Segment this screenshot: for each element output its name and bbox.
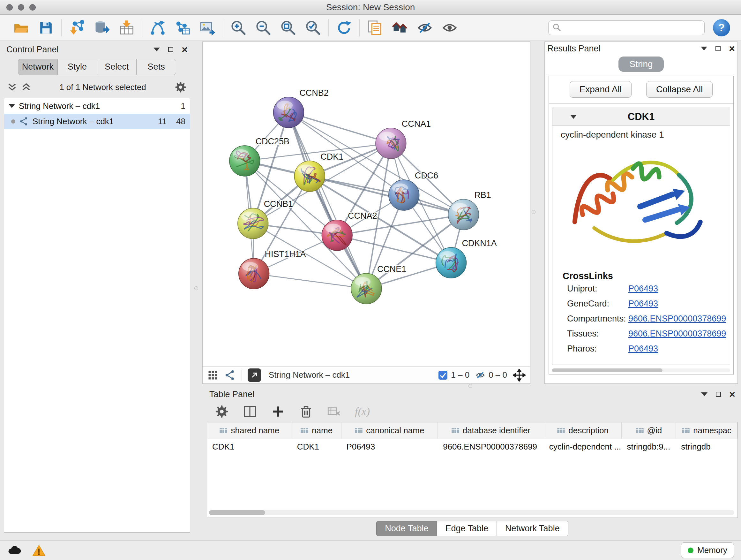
cell-description[interactable]: cyclin-dependent ... (544, 442, 622, 452)
help-button[interactable]: ? (713, 19, 730, 37)
close-panel-icon[interactable]: × (729, 44, 735, 54)
delete-column-trash-icon[interactable] (299, 404, 313, 419)
network-share-icon[interactable] (224, 369, 236, 381)
pan-move-icon[interactable] (513, 369, 526, 381)
tab-select[interactable]: Select (97, 59, 137, 75)
tab-network-table[interactable]: Network Table (497, 521, 568, 536)
hidden-eye-slash-icon[interactable] (475, 370, 485, 380)
cybrowser-home-button[interactable] (391, 19, 409, 37)
maximize-window-button[interactable] (29, 4, 36, 10)
add-column-icon[interactable] (271, 404, 285, 419)
import-table-button[interactable] (118, 19, 136, 37)
results-horizontal-scrollbar[interactable] (552, 368, 730, 372)
minimize-window-button[interactable] (18, 4, 24, 10)
cell-id[interactable]: stringdb:9... (622, 442, 676, 452)
cell-namespace[interactable]: stringdb (676, 442, 738, 452)
selected-checkbox-icon[interactable] (438, 370, 448, 380)
column-header-shared-name[interactable]: shared name (207, 422, 292, 439)
table-panel-title: Table Panel (209, 389, 254, 399)
zoom-fit-button[interactable] (279, 19, 297, 37)
expand-all-icon[interactable] (21, 82, 31, 92)
column-header-namespace[interactable]: namespac (676, 422, 738, 439)
compartments-link[interactable]: 9606.ENSP00000378699 (628, 314, 726, 324)
column-header-canonical-name[interactable]: canonical name (341, 422, 438, 439)
gene-card-header[interactable]: CDK1 (552, 108, 730, 126)
save-session-button[interactable] (37, 19, 55, 37)
tree-expand-caret-icon[interactable] (9, 104, 15, 108)
column-header-description[interactable]: description (544, 422, 622, 439)
export-image-button[interactable] (199, 19, 216, 37)
pharos-link[interactable]: P06493 (628, 344, 658, 354)
network-collection-row[interactable]: String Network – cdk1 1 (4, 98, 190, 114)
export-view-button[interactable] (248, 368, 261, 382)
global-search-box[interactable] (548, 20, 704, 35)
float-panel-icon[interactable] (716, 46, 721, 51)
column-header-name[interactable]: name (292, 422, 341, 439)
network-canvas[interactable]: CCNB2 CCNA1 CDC25B CDK1 CDC6 RB1 (203, 42, 530, 366)
tab-string[interactable]: String (618, 57, 664, 72)
cell-shared-name[interactable]: CDK1 (207, 442, 292, 452)
cell-canonical-name[interactable]: P06493 (341, 442, 438, 452)
network-node-RB1[interactable]: RB1 (448, 190, 491, 230)
column-header-database-identifier[interactable]: database identifier (438, 422, 544, 439)
tab-network[interactable]: Network (18, 59, 57, 75)
copy-document-button[interactable] (366, 19, 384, 37)
horizontal-splitter-handle[interactable] (468, 384, 472, 388)
network-node-HIST1H1A[interactable]: HIST1H1A (239, 249, 306, 289)
collection-label: String Network – cdk1 (19, 101, 100, 111)
close-panel-icon[interactable]: × (182, 44, 188, 55)
hide-selected-button[interactable] (416, 19, 434, 37)
panel-menu-icon[interactable] (701, 47, 707, 51)
float-panel-icon[interactable] (168, 47, 173, 52)
close-panel-icon[interactable]: × (729, 389, 735, 399)
network-node-CCNA1[interactable]: CCNA1 (376, 119, 431, 159)
birdseye-grid-icon[interactable] (207, 369, 219, 381)
cloud-status-icon[interactable] (7, 543, 21, 557)
table-row[interactable]: CDK1 CDK1 P06493 9606.ENSP00000378699 cy… (207, 439, 738, 454)
import-network-database-button[interactable] (93, 19, 111, 37)
network-row[interactable]: String Network – cdk1 11 48 (4, 114, 190, 129)
collapse-all-button[interactable]: Collapse All (646, 81, 713, 98)
zoom-out-button[interactable] (254, 19, 272, 37)
network-graph[interactable]: CCNB2 CCNA1 CDC25B CDK1 CDC6 RB1 (203, 42, 530, 366)
collapse-all-icon[interactable] (7, 82, 17, 92)
float-panel-icon[interactable] (716, 392, 721, 397)
tab-style[interactable]: Style (57, 59, 97, 75)
collapse-section-icon[interactable] (570, 115, 577, 119)
network-node-CDKN1A[interactable]: CDKN1A (436, 239, 497, 278)
zoom-selected-button[interactable] (304, 19, 322, 37)
refresh-button[interactable] (335, 19, 353, 37)
tab-edge-table[interactable]: Edge Table (437, 521, 497, 536)
network-node-CDK1[interactable]: CDK1 (294, 152, 343, 192)
table-horizontal-scrollbar[interactable] (209, 510, 734, 515)
vertical-splitter-handle[interactable] (194, 287, 198, 290)
show-columns-icon[interactable] (243, 404, 257, 419)
warning-icon[interactable] (32, 543, 46, 557)
network-options-gear-icon[interactable] (174, 81, 187, 94)
node-label-CDK1: CDK1 (320, 152, 343, 162)
uniprot-link[interactable]: P06493 (628, 284, 658, 294)
tab-sets[interactable]: Sets (136, 59, 176, 75)
new-network-button[interactable] (149, 19, 166, 37)
close-window-button[interactable] (6, 4, 13, 10)
vertical-splitter-handle[interactable] (532, 210, 536, 214)
genecard-link[interactable]: P06493 (628, 299, 658, 309)
cell-name[interactable]: CDK1 (292, 442, 341, 452)
open-session-button[interactable] (12, 19, 30, 37)
zoom-in-button[interactable] (229, 19, 247, 37)
import-network-file-button[interactable] (68, 19, 86, 37)
new-network-from-selection-button[interactable] (174, 19, 192, 37)
cell-database-identifier[interactable]: 9606.ENSP00000378699 (438, 442, 544, 452)
column-header-id[interactable]: @id (622, 422, 676, 439)
memory-button[interactable]: Memory (681, 543, 734, 558)
table-settings-gear-icon[interactable] (214, 404, 229, 419)
title-bar: Session: New Session (0, 0, 741, 15)
tab-node-table[interactable]: Node Table (376, 521, 437, 536)
network-node-CCNE1[interactable]: CCNE1 (351, 264, 406, 304)
panel-menu-icon[interactable] (701, 392, 708, 396)
panel-menu-icon[interactable] (153, 48, 160, 51)
tissues-link[interactable]: 9606.ENSP00000378699 (628, 329, 726, 339)
search-input[interactable] (564, 23, 700, 33)
expand-all-button[interactable]: Expand All (569, 81, 631, 98)
show-all-button[interactable] (441, 19, 459, 37)
